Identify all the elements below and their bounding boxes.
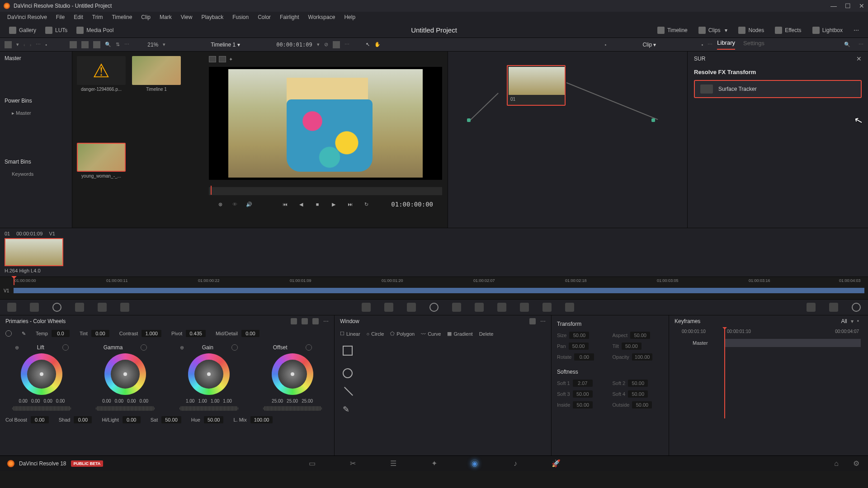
page-fusion[interactable]: ✦: [429, 459, 439, 468]
close-button[interactable]: ✕: [859, 2, 864, 9]
step-back-icon[interactable]: ◀: [297, 200, 305, 208]
lmix-value[interactable]: 100.00: [250, 416, 273, 423]
node-dot2-icon[interactable]: •: [701, 42, 703, 47]
shad-value[interactable]: 0.00: [74, 416, 92, 423]
gain-yrgb-icon[interactable]: ⊕: [180, 345, 184, 351]
inside-value[interactable]: 50.00: [573, 401, 593, 408]
auto-balance-icon[interactable]: [5, 330, 12, 337]
master-bin[interactable]: Master: [5, 55, 67, 61]
rotate-value[interactable]: 0.00: [574, 353, 594, 361]
highlight-icon[interactable]: [209, 56, 216, 62]
mediapool-button[interactable]: Media Pool: [72, 25, 118, 36]
menu-clip[interactable]: Clip: [137, 12, 155, 22]
hilight-value[interactable]: 0.00: [123, 416, 141, 423]
keyframes-timeline[interactable]: 00:00:01:10 00:00:01:10 00:00:04:07 Mast…: [675, 329, 863, 419]
menu-file[interactable]: File: [52, 12, 69, 22]
tc-chevron-icon[interactable]: ▾: [317, 42, 320, 47]
menu-fairlight[interactable]: Fairlight: [275, 12, 304, 22]
clip-danger[interactable]: danger-1294866.p...: [77, 56, 126, 92]
settings-icon[interactable]: ⚙: [852, 459, 861, 468]
gallery-button[interactable]: Gallery: [5, 25, 41, 36]
clip-timeline1[interactable]: Timeline 1: [132, 56, 181, 92]
viewer-image-area[interactable]: [209, 67, 442, 180]
page-cut[interactable]: ✂: [348, 459, 357, 468]
gain-reset-icon[interactable]: [231, 344, 238, 351]
mask2-icon[interactable]: [475, 303, 484, 312]
scopes-icon[interactable]: [829, 303, 838, 312]
curve-shape-button[interactable]: [344, 387, 353, 396]
effect-surface-tracker[interactable]: Surface Tracker: [694, 80, 862, 98]
dust-icon[interactable]: [565, 303, 574, 312]
loop-icon[interactable]: ↻: [362, 200, 370, 208]
kf-master-label[interactable]: Master: [693, 340, 708, 346]
shape-polygon[interactable]: ⬠ Polygon: [390, 331, 415, 337]
clear-search-icon[interactable]: ✕: [856, 55, 862, 62]
window-preset-icon[interactable]: [529, 318, 536, 324]
size-value[interactable]: 50.00: [569, 332, 589, 339]
nodes-button[interactable]: Nodes: [734, 25, 769, 36]
dot-icon[interactable]: •: [45, 42, 47, 47]
magic-icon[interactable]: ✦: [229, 56, 233, 62]
more-icon-4[interactable]: ⋯: [708, 42, 712, 47]
minimize-button[interactable]: —: [830, 2, 837, 9]
contrast-value[interactable]: 1.000: [142, 330, 161, 337]
go-last-icon[interactable]: ⏭: [346, 200, 354, 208]
window-more-icon[interactable]: ⋯: [540, 318, 546, 324]
magic-mask-icon[interactable]: [120, 303, 129, 312]
menu-playback[interactable]: Playback: [197, 12, 228, 22]
gamma-master-slider[interactable]: [96, 406, 155, 411]
sizing-icon[interactable]: [520, 303, 529, 312]
shape-gradient[interactable]: ▦ Gradient: [447, 331, 472, 337]
power-master-bin[interactable]: ▸ Master: [5, 108, 67, 118]
pointer-icon[interactable]: ↖: [366, 42, 370, 47]
offset-reset-icon[interactable]: [306, 344, 312, 351]
middetail-value[interactable]: 0.00: [241, 330, 259, 337]
kf-chevron-icon[interactable]: ▾: [851, 318, 854, 324]
menu-help[interactable]: Help: [340, 12, 360, 22]
viewer-timecode[interactable]: 00:00:01:09: [276, 42, 312, 48]
more-icon[interactable]: ⋯: [36, 42, 41, 47]
menu-timeline[interactable]: Timeline: [107, 12, 137, 22]
page-edit[interactable]: ☰: [389, 459, 398, 468]
home-icon[interactable]: ⌂: [832, 459, 841, 468]
effects-button[interactable]: Effects: [770, 25, 806, 36]
transport-timecode[interactable]: 01:00:00:00: [391, 201, 433, 208]
menu-davinciresolve[interactable]: DaVinci Resolve: [3, 12, 52, 22]
lift-reset-icon[interactable]: [62, 344, 69, 351]
colboost-value[interactable]: 0.00: [31, 416, 49, 423]
node-graph[interactable]: 01: [448, 52, 687, 228]
temp-value[interactable]: 0.0: [52, 330, 70, 337]
tab-settings[interactable]: Settings: [743, 40, 764, 49]
pivot-value[interactable]: 0.435: [186, 330, 206, 337]
3d-icon[interactable]: [542, 303, 552, 312]
clip-dropdown[interactable]: Clip ▾: [642, 42, 656, 48]
tilt-value[interactable]: 50.00: [622, 343, 642, 350]
menu-trim[interactable]: Trim: [88, 12, 108, 22]
bypass-grades-icon[interactable]: ⊛: [216, 200, 224, 208]
timeline-clip-bar[interactable]: [14, 288, 864, 293]
qualifier-icon[interactable]: [52, 303, 61, 312]
curves-icon[interactable]: [7, 303, 16, 312]
mini-timeline[interactable]: 01:00:00:00 01:00:00:11 01:00:00:22 01:0…: [0, 277, 868, 299]
more-icon-2[interactable]: ⋯: [124, 42, 129, 47]
opacity-value[interactable]: 100.00: [632, 353, 653, 361]
go-first-icon[interactable]: ⏮: [281, 200, 289, 208]
clips-button[interactable]: Clips▾: [694, 25, 732, 36]
viewer-scrubber[interactable]: [209, 187, 442, 195]
linear-shape-button[interactable]: [343, 346, 353, 356]
log-mode-icon[interactable]: [312, 318, 319, 324]
page-color[interactable]: ◉: [470, 459, 479, 468]
node-01[interactable]: 01: [507, 65, 566, 106]
bypass-icon[interactable]: ⊘: [324, 42, 328, 47]
pan-value[interactable]: 50.00: [569, 343, 589, 350]
chevron-down-icon[interactable]: ▾: [16, 42, 19, 47]
curves2-icon[interactable]: [362, 303, 371, 312]
info-icon[interactable]: [852, 303, 861, 312]
keyframe-icon[interactable]: [807, 303, 816, 312]
gain-master-slider[interactable]: [179, 406, 238, 411]
search-icon-2[interactable]: 🔍: [844, 42, 850, 47]
gamma-wheel[interactable]: [104, 353, 146, 395]
grid2-icon[interactable]: [333, 41, 340, 48]
soft4-value[interactable]: 50.00: [628, 390, 648, 398]
page-fairlight[interactable]: ♪: [511, 459, 520, 468]
